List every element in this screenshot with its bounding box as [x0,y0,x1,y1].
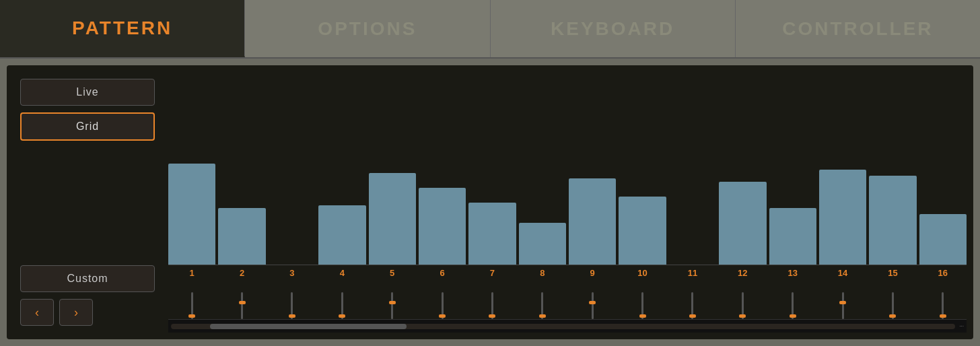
mini-slider-4[interactable] [341,292,343,319]
mini-slider-wrap-11 [669,285,716,319]
bar-1[interactable] [168,164,215,265]
bar-group-8[interactable] [519,72,566,265]
bar-group-12[interactable] [719,72,766,265]
left-sidebar: Live Grid Custom ‹ › [13,72,162,333]
bar-group-14[interactable] [819,72,866,265]
bar-group-4[interactable] [318,72,365,265]
mini-slider-wrap-7 [468,285,516,319]
bar-5[interactable] [369,173,416,265]
bar-group-7[interactable] [468,72,516,265]
mini-slider-6[interactable] [442,292,444,319]
tab-keyboard[interactable]: KEYBOARD [491,0,736,57]
bar-12[interactable] [719,182,766,265]
bar-group-3[interactable] [269,72,316,265]
mini-slider-5[interactable] [391,292,393,319]
live-button[interactable]: Live [20,79,155,106]
mini-slider-12[interactable] [742,292,744,319]
step-num-15: 15 [869,268,916,283]
bar-group-10[interactable] [619,72,666,265]
mini-slider-wrap-2 [218,285,265,319]
bar-6[interactable] [419,188,466,265]
bar-15[interactable] [869,176,916,265]
bar-10[interactable] [619,197,666,265]
bar-7[interactable] [468,203,516,265]
bar-group-1[interactable] [168,72,215,265]
bar-group-2[interactable] [218,72,265,265]
step-num-13: 13 [769,268,816,283]
mini-slider-10[interactable] [641,292,643,319]
app-container: PATTERN OPTIONS KEYBOARD CONTROLLER Live… [0,0,980,346]
grid-button[interactable]: Grid [20,112,155,141]
scrollbar-thumb [210,324,406,329]
custom-button[interactable]: Custom [20,265,155,292]
mini-slider-11[interactable] [691,292,693,319]
mini-slider-wrap-1 [168,285,215,319]
mini-slider-16[interactable] [942,292,944,319]
mini-slider-wrap-5 [369,285,416,319]
step-num-12: 12 [719,268,766,283]
scrollbar-track[interactable] [171,324,955,329]
bars-container [168,72,967,265]
mini-slider-thumb-4 [339,314,345,318]
prev-button[interactable]: ‹ [20,299,54,326]
bar-2[interactable] [218,208,265,265]
mini-slider-thumb-2 [239,301,246,304]
mini-slider-3[interactable] [291,292,293,319]
step-num-4: 4 [318,268,365,283]
mini-slider-thumb-14 [839,301,846,304]
bar-8[interactable] [519,223,566,265]
bar-group-5[interactable] [369,72,416,265]
scrollbar-area: ··· [168,319,967,333]
bar-16[interactable] [919,214,967,265]
mini-slider-1[interactable] [191,292,193,319]
bar-group-11[interactable] [669,72,716,265]
mini-slider-wrap-9 [569,285,616,319]
mini-slider-7[interactable] [491,292,493,319]
step-num-16: 16 [919,268,967,283]
mini-slider-thumb-15 [889,314,896,318]
next-button[interactable]: › [59,299,93,326]
bar-14[interactable] [819,170,866,265]
mini-slider-2[interactable] [241,292,243,319]
step-num-9: 9 [569,268,616,283]
tab-options[interactable]: OPTIONS [245,0,490,57]
mini-slider-thumb-9 [589,301,596,304]
mini-slider-14[interactable] [842,292,844,319]
tab-bar: PATTERN OPTIONS KEYBOARD CONTROLLER [0,0,980,59]
step-num-2: 2 [218,268,265,283]
mini-sliders [168,285,967,319]
mini-slider-thumb-1 [188,314,195,318]
bar-4[interactable] [318,205,365,265]
bar-group-13[interactable] [769,72,816,265]
inner-panel: Live Grid Custom ‹ › 1234567891011121314… [7,65,973,339]
mini-slider-8[interactable] [541,292,543,319]
mini-slider-thumb-13 [790,314,796,318]
step-num-7: 7 [468,268,516,283]
mini-slider-13[interactable] [792,292,794,319]
step-num-5: 5 [369,268,416,283]
mini-slider-thumb-7 [489,314,495,318]
mini-slider-wrap-3 [269,285,316,319]
step-num-14: 14 [819,268,866,283]
step-num-10: 10 [619,268,666,283]
tab-pattern[interactable]: PATTERN [0,0,245,57]
bar-group-6[interactable] [419,72,466,265]
bar-9[interactable] [569,178,616,265]
step-numbers: 12345678910111213141516 [168,265,967,285]
main-content: Live Grid Custom ‹ › 1234567891011121314… [0,59,980,346]
mini-slider-thumb-8 [539,314,546,318]
bar-group-16[interactable] [919,72,967,265]
step-num-11: 11 [669,268,716,283]
bar-13[interactable] [769,208,816,265]
bar-group-9[interactable] [569,72,616,265]
mini-slider-15[interactable] [892,292,894,319]
step-num-1: 1 [168,268,215,283]
mini-slider-9[interactable] [592,292,594,319]
scroll-dots: ··· [959,323,964,329]
mini-slider-wrap-14 [819,285,866,319]
tab-controller[interactable]: CONTROLLER [736,0,980,57]
pattern-area: 12345678910111213141516 ··· [168,72,967,333]
mini-slider-wrap-10 [619,285,666,319]
mini-slider-wrap-16 [919,285,967,319]
bar-group-15[interactable] [869,72,916,265]
